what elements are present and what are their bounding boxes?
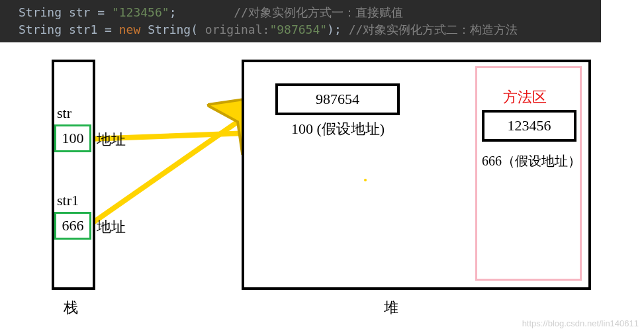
stack-var1-value: 100 (62, 130, 84, 146)
stack-var1-label: str (57, 105, 71, 122)
pool-entry-addr: 666（假设地址） (482, 152, 581, 170)
heap-title: 堆 (384, 298, 398, 318)
code-hint-2: original: (205, 23, 270, 36)
heap-object-box: 987654 (275, 83, 400, 115)
stack-var2-label: str1 (57, 192, 79, 209)
method-area-title: 方法区 (503, 87, 547, 107)
code-comment-2: //对象实例化方式二：构造方法 (349, 23, 518, 36)
stack-title: 栈 (64, 298, 78, 318)
code-type-2: String (19, 23, 62, 36)
code-lit-1: "123456" (112, 5, 169, 19)
pool-entry-value: 123456 (508, 117, 551, 134)
heap-object-addr: 100 (假设地址) (291, 119, 385, 139)
code-type-1: String (19, 5, 62, 19)
code-op-2: = (105, 23, 112, 36)
code-open-2: ( (191, 23, 198, 36)
heap-object-value: 987654 (316, 91, 359, 107)
code-op-1: = (97, 5, 105, 19)
pool-entry-box: 123456 (482, 110, 576, 142)
code-close-2: ) (327, 23, 334, 36)
code-semi-2: ; (334, 23, 342, 36)
stack-var1-anno: 地址 (97, 130, 126, 150)
code-lit-2: "987654" (269, 23, 327, 36)
code-kw-new: new (119, 23, 141, 36)
code-var-2: str1 (69, 23, 97, 36)
code-comment-1: //对象实例化方式一：直接赋值 (234, 5, 403, 19)
code-block: String str = "123456"; //对象实例化方式一：直接赋值 S… (0, 0, 601, 42)
stray-dot-icon (364, 179, 367, 181)
code-cls-2: String (148, 23, 191, 36)
code-var-1: str (69, 5, 91, 19)
stack-var2-value: 666 (62, 217, 84, 234)
stack-var2-anno: 地址 (97, 217, 126, 237)
code-semi-1: ; (169, 5, 177, 19)
stack-var2-cell: 666 (54, 212, 91, 240)
stack-region (52, 60, 95, 290)
watermark-text: https://blog.csdn.net/lin140611 (522, 318, 639, 328)
memory-diagram: str 100 地址 str1 666 地址 栈 方法区 987654 100 … (0, 53, 644, 331)
stack-var1-cell: 100 (54, 124, 91, 152)
